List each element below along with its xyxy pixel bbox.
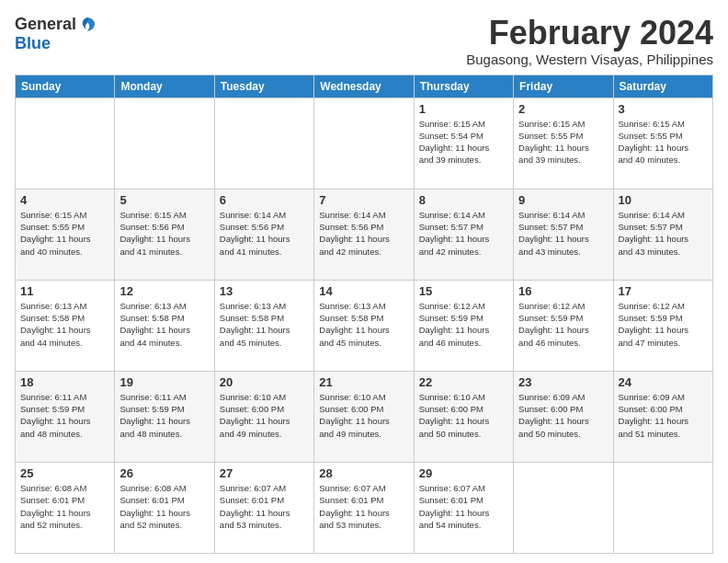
day-number: 13 [220, 284, 309, 298]
day-number: 3 [619, 102, 708, 116]
header-tuesday: Tuesday [214, 75, 313, 98]
location-subtitle: Bugasong, Western Visayas, Philippines [466, 52, 713, 67]
day-info: Sunrise: 6:13 AM Sunset: 5:58 PM Dayligh… [319, 300, 408, 349]
calendar-cell [115, 98, 214, 189]
calendar-cell: 28Sunrise: 6:07 AM Sunset: 6:01 PM Dayli… [314, 462, 414, 553]
calendar-cell: 12Sunrise: 6:13 AM Sunset: 5:58 PM Dayli… [115, 280, 214, 371]
calendar-cell: 20Sunrise: 6:10 AM Sunset: 6:00 PM Dayli… [214, 371, 313, 462]
calendar-table: Sunday Monday Tuesday Wednesday Thursday… [15, 75, 713, 554]
calendar-week-row: 18Sunrise: 6:11 AM Sunset: 5:59 PM Dayli… [16, 371, 713, 462]
day-info: Sunrise: 6:10 AM Sunset: 6:00 PM Dayligh… [319, 391, 408, 440]
calendar-cell: 23Sunrise: 6:09 AM Sunset: 6:00 PM Dayli… [514, 371, 613, 462]
day-number: 9 [518, 193, 608, 207]
day-info: Sunrise: 6:14 AM Sunset: 5:57 PM Dayligh… [518, 209, 608, 258]
month-year-title: February 2024 [466, 15, 713, 52]
day-number: 15 [419, 284, 508, 298]
day-number: 21 [319, 375, 408, 389]
header-thursday: Thursday [414, 75, 513, 98]
day-info: Sunrise: 6:14 AM Sunset: 5:56 PM Dayligh… [319, 209, 408, 258]
logo: General Blue [15, 15, 97, 53]
calendar-cell [314, 98, 414, 189]
page: General Blue February 2024 Bugasong, Wes… [0, 0, 728, 563]
day-number: 29 [419, 466, 508, 480]
day-info: Sunrise: 6:07 AM Sunset: 6:01 PM Dayligh… [319, 482, 408, 531]
day-number: 26 [119, 466, 209, 480]
day-info: Sunrise: 6:07 AM Sunset: 6:01 PM Dayligh… [419, 482, 508, 531]
calendar-cell: 5Sunrise: 6:15 AM Sunset: 5:56 PM Daylig… [115, 189, 214, 280]
day-info: Sunrise: 6:07 AM Sunset: 6:01 PM Dayligh… [220, 482, 309, 531]
day-number: 25 [20, 466, 109, 480]
day-number: 2 [518, 102, 608, 116]
title-section: February 2024 Bugasong, Western Visayas,… [466, 15, 713, 67]
calendar-cell: 6Sunrise: 6:14 AM Sunset: 5:56 PM Daylig… [214, 189, 313, 280]
calendar-cell: 27Sunrise: 6:07 AM Sunset: 6:01 PM Dayli… [214, 462, 313, 553]
day-number: 20 [220, 375, 309, 389]
day-info: Sunrise: 6:09 AM Sunset: 6:00 PM Dayligh… [619, 391, 708, 440]
header: General Blue February 2024 Bugasong, Wes… [15, 15, 713, 67]
calendar-week-row: 25Sunrise: 6:08 AM Sunset: 6:01 PM Dayli… [16, 462, 713, 553]
logo-bird-icon [78, 16, 97, 34]
day-number: 24 [619, 375, 708, 389]
calendar-cell: 10Sunrise: 6:14 AM Sunset: 5:57 PM Dayli… [613, 189, 712, 280]
day-info: Sunrise: 6:08 AM Sunset: 6:01 PM Dayligh… [119, 482, 209, 531]
day-info: Sunrise: 6:13 AM Sunset: 5:58 PM Dayligh… [220, 300, 309, 349]
day-info: Sunrise: 6:14 AM Sunset: 5:57 PM Dayligh… [419, 209, 508, 258]
day-info: Sunrise: 6:13 AM Sunset: 5:58 PM Dayligh… [20, 300, 109, 349]
logo-blue-text: Blue [15, 34, 51, 53]
header-monday: Monday [115, 75, 214, 98]
day-info: Sunrise: 6:10 AM Sunset: 6:00 PM Dayligh… [220, 391, 309, 440]
day-number: 12 [119, 284, 209, 298]
calendar-cell: 26Sunrise: 6:08 AM Sunset: 6:01 PM Dayli… [115, 462, 214, 553]
day-number: 4 [20, 193, 109, 207]
day-info: Sunrise: 6:09 AM Sunset: 6:00 PM Dayligh… [518, 391, 608, 440]
calendar-cell: 16Sunrise: 6:12 AM Sunset: 5:59 PM Dayli… [514, 280, 613, 371]
day-number: 28 [319, 466, 408, 480]
calendar-cell: 22Sunrise: 6:10 AM Sunset: 6:00 PM Dayli… [414, 371, 513, 462]
calendar-cell: 25Sunrise: 6:08 AM Sunset: 6:01 PM Dayli… [16, 462, 115, 553]
day-info: Sunrise: 6:15 AM Sunset: 5:56 PM Dayligh… [119, 209, 209, 258]
calendar-cell: 8Sunrise: 6:14 AM Sunset: 5:57 PM Daylig… [414, 189, 513, 280]
day-number: 10 [619, 193, 708, 207]
day-info: Sunrise: 6:10 AM Sunset: 6:00 PM Dayligh… [419, 391, 508, 440]
day-number: 1 [419, 102, 508, 116]
day-number: 8 [419, 193, 508, 207]
header-sunday: Sunday [16, 75, 115, 98]
calendar-header-row: Sunday Monday Tuesday Wednesday Thursday… [16, 75, 713, 98]
calendar-cell: 1Sunrise: 6:15 AM Sunset: 5:54 PM Daylig… [414, 98, 513, 189]
calendar-week-row: 4Sunrise: 6:15 AM Sunset: 5:55 PM Daylig… [16, 189, 713, 280]
calendar-cell: 18Sunrise: 6:11 AM Sunset: 5:59 PM Dayli… [16, 371, 115, 462]
calendar-cell: 13Sunrise: 6:13 AM Sunset: 5:58 PM Dayli… [214, 280, 313, 371]
day-info: Sunrise: 6:08 AM Sunset: 6:01 PM Dayligh… [20, 482, 109, 531]
day-number: 11 [20, 284, 109, 298]
calendar-cell: 3Sunrise: 6:15 AM Sunset: 5:55 PM Daylig… [613, 98, 712, 189]
day-info: Sunrise: 6:11 AM Sunset: 5:59 PM Dayligh… [20, 391, 109, 440]
day-info: Sunrise: 6:14 AM Sunset: 5:56 PM Dayligh… [220, 209, 309, 258]
calendar-cell: 15Sunrise: 6:12 AM Sunset: 5:59 PM Dayli… [414, 280, 513, 371]
calendar-cell: 17Sunrise: 6:12 AM Sunset: 5:59 PM Dayli… [613, 280, 712, 371]
header-wednesday: Wednesday [314, 75, 414, 98]
day-number: 27 [220, 466, 309, 480]
header-saturday: Saturday [613, 75, 712, 98]
calendar-cell [613, 462, 712, 553]
day-number: 7 [319, 193, 408, 207]
calendar-week-row: 11Sunrise: 6:13 AM Sunset: 5:58 PM Dayli… [16, 280, 713, 371]
day-info: Sunrise: 6:14 AM Sunset: 5:57 PM Dayligh… [619, 209, 708, 258]
day-number: 16 [518, 284, 608, 298]
day-number: 22 [419, 375, 508, 389]
calendar-cell: 9Sunrise: 6:14 AM Sunset: 5:57 PM Daylig… [514, 189, 613, 280]
header-friday: Friday [514, 75, 613, 98]
day-info: Sunrise: 6:12 AM Sunset: 5:59 PM Dayligh… [518, 300, 608, 349]
calendar-cell: 29Sunrise: 6:07 AM Sunset: 6:01 PM Dayli… [414, 462, 513, 553]
day-info: Sunrise: 6:15 AM Sunset: 5:54 PM Dayligh… [419, 118, 508, 167]
day-number: 18 [20, 375, 109, 389]
day-number: 6 [220, 193, 309, 207]
calendar-cell: 2Sunrise: 6:15 AM Sunset: 5:55 PM Daylig… [514, 98, 613, 189]
calendar-cell: 21Sunrise: 6:10 AM Sunset: 6:00 PM Dayli… [314, 371, 414, 462]
calendar-cell [514, 462, 613, 553]
day-info: Sunrise: 6:12 AM Sunset: 5:59 PM Dayligh… [619, 300, 708, 349]
day-number: 5 [119, 193, 209, 207]
calendar-cell [214, 98, 313, 189]
day-info: Sunrise: 6:15 AM Sunset: 5:55 PM Dayligh… [619, 118, 708, 167]
day-number: 23 [518, 375, 608, 389]
day-info: Sunrise: 6:15 AM Sunset: 5:55 PM Dayligh… [518, 118, 608, 167]
